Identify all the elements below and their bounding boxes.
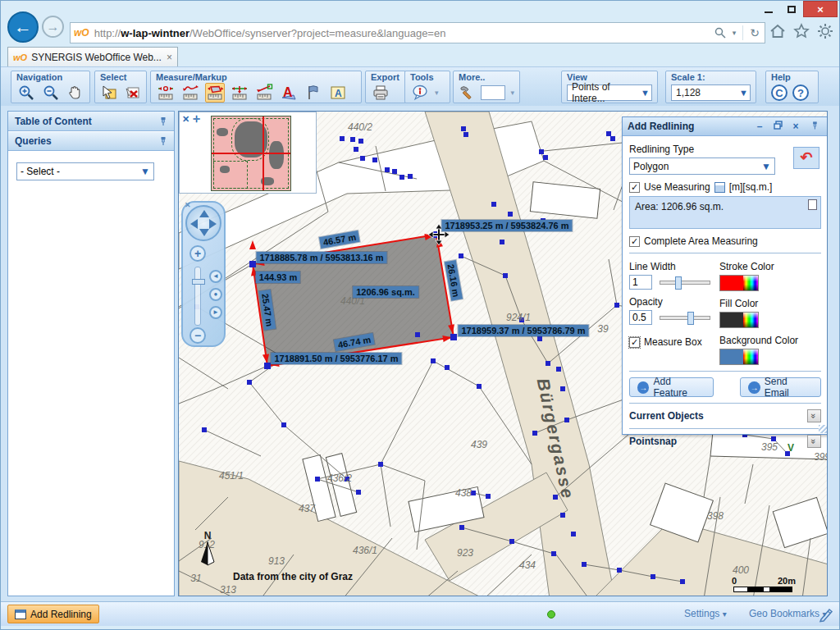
settings-gear-icon[interactable] [816,22,834,40]
prev-extent-button[interactable]: ◄ [209,270,222,283]
expand-chevron-icon[interactable]: » [807,409,821,422]
zoom-in-button[interactable] [16,83,36,103]
full-extent-button[interactable]: ● [209,288,222,301]
undo-button[interactable]: ↶ [793,147,819,169]
pin-icon[interactable] [158,116,167,126]
zoom-out-button[interactable] [41,83,61,103]
calculator-icon[interactable] [714,182,725,193]
pan-up-icon[interactable] [199,210,209,217]
color-picker-icon[interactable] [743,276,758,290]
overview-move-icon[interactable]: ✛ [193,114,200,125]
pan-disc[interactable] [185,205,221,241]
forward-button[interactable]: → [42,16,64,38]
measure-box-checkbox[interactable]: ✓ [629,337,640,348]
pointsnap-section[interactable]: Pointsnap » [629,435,821,448]
opacity-slider-handle[interactable] [687,312,694,325]
tab-close-icon[interactable]: × [167,52,172,63]
zoom-slider[interactable] [194,267,201,326]
query-select-dropdown[interactable]: - Select - ▼ [16,162,154,180]
panel-pin-icon[interactable] [805,121,823,133]
search-icon[interactable] [714,27,726,39]
maximize-button[interactable] [780,1,803,17]
current-objects-section[interactable]: Current Objects » [629,409,821,422]
hammer-button[interactable] [459,83,476,103]
stroke-color-swatch[interactable] [719,275,759,291]
line-width-slider-handle[interactable] [675,276,682,290]
panel-close-icon[interactable]: × [787,121,805,132]
measure-point-button[interactable] [156,83,176,103]
map-canvas[interactable]: 440/2440/1924/139451/1437436/24384399129… [178,111,828,596]
redlining-panel-titlebar[interactable]: Add Redlining – × [623,117,828,136]
color-picker-icon[interactable] [743,313,758,327]
overview-close-icon[interactable]: ✕ [182,114,189,125]
line-width-slider[interactable] [660,281,710,285]
view-dropdown[interactable]: Points of Intere...▼ [567,84,652,101]
minimize-button[interactable] [757,1,780,17]
pin-icon[interactable] [158,136,167,146]
snap-point [378,462,383,467]
zoom-plus-button[interactable]: + [189,245,206,262]
settings-menu[interactable]: Settings ▾ [684,608,727,619]
pan-right-icon[interactable] [209,219,217,229]
more-combobox[interactable] [481,85,506,100]
measure-segment-button[interactable] [254,83,274,103]
close-button[interactable]: × [803,1,838,17]
taskbar-item-add-redlining[interactable]: Add Redlining [7,605,99,623]
print-button[interactable] [371,83,390,103]
copy-icon[interactable] [808,199,817,210]
map-navigation-widget[interactable]: ✕ + ◄ ● ► − [181,201,226,347]
group-navigation-label: Navigation [16,72,84,82]
measure-drop-button[interactable] [230,83,249,103]
label-markup-button[interactable]: A [328,83,348,103]
opacity-slider[interactable] [660,316,710,320]
identify-button[interactable] [410,83,430,103]
refresh-icon[interactable]: ↻ [750,26,760,39]
overview-image[interactable] [211,116,291,191]
panel-resize-handle[interactable] [819,425,827,433]
address-bar[interactable]: wO http://w-lap-wintner/WebOffice/synser… [70,22,765,43]
search-caret-icon[interactable]: ▾ [733,29,737,37]
url-text[interactable]: http://w-lap-wintner/WebOffice/synserver… [94,27,714,39]
back-button[interactable]: ← [7,11,39,43]
use-measuring-checkbox[interactable]: ✓ [629,182,640,193]
send-email-button[interactable]: →Send Email [740,377,821,397]
pen-icon[interactable] [818,606,834,623]
favorites-star-icon[interactable] [792,22,810,40]
line-width-input[interactable] [629,275,652,290]
opacity-input[interactable] [629,310,652,325]
text-markup-button[interactable]: A [279,83,299,103]
fill-color-swatch[interactable] [719,312,759,328]
tools-caret-icon[interactable]: ▾ [435,89,439,97]
navwidget-close-icon[interactable]: ✕ [185,201,191,209]
zoom-minus-button[interactable]: − [189,327,206,344]
color-picker-icon[interactable] [743,349,758,364]
home-icon[interactable] [769,22,787,40]
add-feature-button[interactable]: →Add Feature [629,377,714,397]
panel-restore-icon[interactable] [769,121,787,132]
measure-area-button[interactable] [205,83,225,103]
clear-selection-button[interactable] [123,83,141,103]
sidebar-item-queries[interactable]: Queries [8,131,174,151]
pan-down-icon[interactable] [199,229,209,236]
pan-button[interactable] [65,83,84,103]
background-color-swatch[interactable] [719,349,759,365]
tab-synergis-weboffice[interactable]: wO SYNERGIS WebOffice Web... × [7,47,178,66]
measure-line-button[interactable] [180,83,200,103]
expand-chevron-icon[interactable]: » [807,435,821,448]
sidebar-item-table-of-content[interactable]: Table of Content [8,112,174,131]
flag-markup-button[interactable] [304,83,323,103]
title-bar: × [1,1,839,19]
more-caret-icon[interactable]: ▾ [510,89,514,97]
scale-dropdown[interactable]: 1,128▼ [671,84,751,101]
geo-bookmarks-menu[interactable]: Geo Bookmarks ▾ [749,608,826,619]
weboffice-help-button[interactable]: C [771,84,788,101]
question-help-button[interactable]: ? [792,84,809,101]
panel-minimize-icon[interactable]: – [751,121,769,132]
complete-area-checkbox[interactable]: ✓ [629,236,640,247]
overview-map[interactable]: ✕ ✛ [179,112,317,194]
zoom-slider-handle[interactable] [192,279,205,285]
select-button[interactable] [100,83,118,103]
next-extent-button[interactable]: ► [209,306,222,319]
pan-left-icon[interactable] [190,219,198,229]
redlining-type-dropdown[interactable]: Polygon ▼ [629,158,775,175]
